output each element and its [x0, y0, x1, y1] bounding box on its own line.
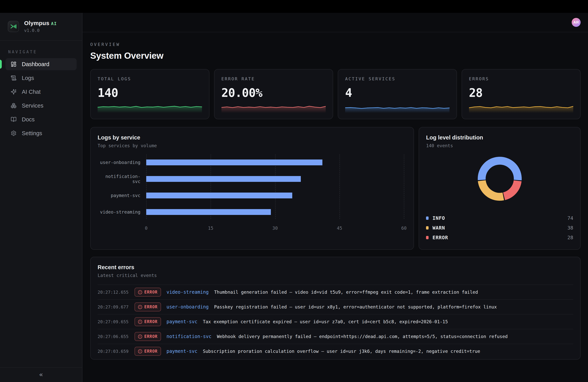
- log-service-link[interactable]: user-onboarding: [167, 304, 209, 310]
- log-message: Passkey registration failed — user_id=us…: [214, 304, 497, 309]
- log-message: Tax exemption certificate expired — user…: [203, 319, 448, 324]
- app-logo[interactable]: Olympus AI v1.0.0: [0, 13, 82, 41]
- kpi-row: TOTAL LOGS 140 ERROR RATE 20.00% ACTIVE …: [90, 69, 581, 119]
- log-message: Subscription proration calculation overf…: [203, 349, 480, 354]
- error-level-badge: ERROR: [135, 302, 161, 311]
- sidebar-item-label: Dashboard: [22, 61, 49, 67]
- legend-label: WARN: [432, 225, 445, 231]
- log-message: Webhook delivery permanently failed — en…: [217, 334, 508, 339]
- bar: [146, 159, 322, 165]
- chart-subtitle: Top services by volume: [98, 143, 407, 148]
- log-service-link[interactable]: payment-svc: [167, 349, 197, 354]
- sidebar-collapse-button[interactable]: «: [39, 371, 43, 378]
- top-header-bar: AR: [83, 13, 588, 32]
- error-log-row: 20:27:03.659 ERROR payment-svc Subscript…: [98, 344, 573, 359]
- chart-title: Logs by service: [98, 134, 407, 141]
- sidebar-item-docs[interactable]: Docs: [5, 113, 77, 126]
- app-title-block: Olympus AI v1.0.0: [24, 20, 57, 33]
- x-tick: 30: [273, 226, 278, 231]
- legend-swatch-error: [426, 236, 429, 239]
- legend-row-warn: WARN 38: [426, 223, 573, 233]
- error-level-badge: ERROR: [135, 332, 161, 341]
- chart-subtitle: 140 events: [426, 143, 573, 148]
- sidebar-item-settings[interactable]: Settings: [5, 127, 77, 139]
- kpi-card-error-rate: ERROR RATE 20.00%: [214, 69, 333, 119]
- chart-title: Log level distribution: [426, 134, 573, 141]
- charts-row: Logs by service Top services by volume u…: [90, 127, 581, 250]
- donut-legend: INFO 74 WARN 38 ERROR 28: [426, 213, 573, 242]
- scroll-icon: [11, 75, 17, 81]
- bar-track: [146, 209, 404, 215]
- boxes-icon: [11, 103, 17, 108]
- x-tick: 45: [337, 226, 342, 231]
- main-area: AR OVERVIEW System Overview TOTAL LOGS 1…: [83, 13, 588, 382]
- bar-category-label: notification-svc: [98, 174, 140, 184]
- error-log-list: 20:27:12.655 ERROR video-streaming Thumb…: [98, 285, 573, 359]
- app-logo-icon: [8, 21, 19, 32]
- log-timestamp: 20:27:06.655: [98, 334, 129, 339]
- log-timestamp: 20:27:03.659: [98, 349, 129, 354]
- sidebar-nav: Dashboard Logs: [0, 58, 82, 139]
- log-service-link[interactable]: video-streaming: [167, 289, 209, 295]
- legend-swatch-warn: [426, 226, 429, 230]
- horizontal-bar-chart: user-onboarding notification-svc payment…: [98, 159, 407, 231]
- legend-row-info: INFO 74: [426, 213, 573, 223]
- x-tick: 0: [145, 226, 147, 231]
- page-eyebrow: OVERVIEW: [90, 42, 581, 47]
- alert-circle-icon: [138, 320, 142, 324]
- error-level-badge: ERROR: [135, 347, 161, 356]
- kpi-label: ERROR RATE: [221, 76, 326, 81]
- user-avatar[interactable]: AR: [572, 18, 581, 27]
- legend-row-error: ERROR 28: [426, 233, 573, 242]
- kpi-label: ERRORS: [469, 76, 573, 81]
- bar-category-label: payment-svc: [98, 193, 140, 198]
- bar-row: user-onboarding: [98, 159, 407, 165]
- bar-row: video-streaming: [98, 209, 407, 215]
- sidebar-item-logs[interactable]: Logs: [5, 72, 77, 84]
- recent-errors-subtitle: Latest critical events: [98, 273, 573, 278]
- bar-row: payment-svc: [98, 192, 407, 198]
- sidebar-item-label: AI Chat: [22, 89, 41, 95]
- sidebar-item-dashboard[interactable]: Dashboard: [5, 58, 77, 70]
- recent-errors-title: Recent errors: [98, 264, 573, 271]
- bar: [146, 209, 271, 215]
- bar: [146, 176, 301, 182]
- legend-value: 74: [567, 215, 573, 221]
- kpi-card-active-services: ACTIVE SERVICES 4: [338, 69, 457, 119]
- sparkline-chart: [98, 103, 202, 113]
- log-service-link[interactable]: notification-svc: [167, 334, 211, 339]
- legend-label: INFO: [432, 215, 445, 221]
- error-log-row: 20:27:09.677 ERROR user-onboarding Passk…: [98, 299, 573, 314]
- sidebar-item-label: Services: [22, 103, 43, 109]
- bar-category-label: user-onboarding: [98, 160, 140, 165]
- bar: [146, 192, 292, 198]
- error-level-badge: ERROR: [135, 317, 161, 326]
- sidebar-item-label: Logs: [22, 75, 34, 81]
- log-timestamp: 20:27:09.655: [98, 319, 129, 324]
- bar-track: [146, 176, 404, 182]
- app-version: v1.0.0: [24, 28, 57, 33]
- sidebar-footer: «: [0, 367, 82, 382]
- bar-track: [146, 192, 404, 198]
- kpi-card-total-logs: TOTAL LOGS 140: [90, 69, 210, 119]
- log-service-link[interactable]: payment-svc: [167, 319, 197, 324]
- sparkles-icon: [11, 89, 17, 95]
- logs-by-service-card: Logs by service Top services by volume u…: [90, 127, 414, 250]
- alert-circle-icon: [138, 335, 142, 339]
- x-axis: 0 15 30 45 60: [146, 226, 404, 231]
- kpi-card-errors: ERRORS 28: [462, 69, 581, 119]
- page-title: System Overview: [90, 50, 581, 61]
- sidebar-item-ai-chat[interactable]: AI Chat: [5, 86, 77, 98]
- x-tick: 15: [208, 226, 213, 231]
- app-name: Olympus AI: [24, 20, 57, 26]
- nav-section-label: NAVIGATE: [8, 50, 74, 54]
- sidebar-item-services[interactable]: Services: [5, 100, 77, 112]
- app-name-suffix: AI: [51, 21, 57, 26]
- dashboard-icon: [11, 61, 17, 67]
- bar-category-label: video-streaming: [98, 210, 140, 214]
- book-open-icon: [11, 117, 17, 122]
- sparkline-chart: [469, 103, 573, 113]
- sidebar-item-label: Settings: [22, 130, 42, 137]
- alert-circle-icon: [138, 349, 142, 353]
- error-log-row: 20:27:06.655 ERROR notification-svc Webh…: [98, 329, 573, 344]
